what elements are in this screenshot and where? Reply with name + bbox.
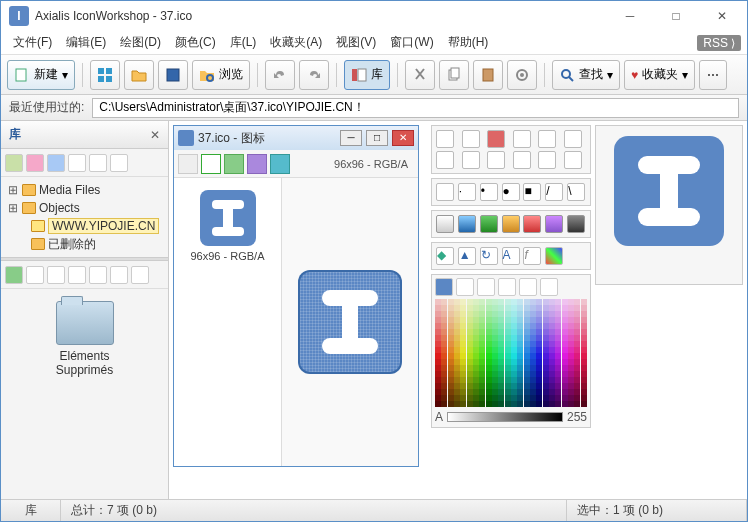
icon-canvas[interactable] [282, 178, 418, 466]
menu-library[interactable]: 库(L) [224, 32, 263, 53]
minimize-button[interactable]: ─ [607, 1, 653, 31]
search-button[interactable]: 查找▾ [552, 60, 620, 90]
doc-minimize-button[interactable]: ─ [340, 130, 362, 146]
grad-4[interactable] [502, 215, 520, 233]
palette-color[interactable] [524, 401, 530, 407]
pal-add[interactable] [477, 278, 495, 296]
tool-fill[interactable] [487, 151, 505, 169]
color-palette[interactable] [435, 299, 587, 407]
menu-favorites[interactable]: 收藏夹(A) [264, 32, 328, 53]
tool-ellipse[interactable] [462, 151, 480, 169]
pal-save[interactable] [456, 278, 474, 296]
fx-flip-h[interactable]: ▲ [458, 247, 476, 265]
tool-line[interactable] [538, 130, 556, 148]
document-titlebar[interactable]: 37.ico - 图标 ─ □ ✕ [174, 126, 418, 150]
doc-tool-4[interactable] [247, 154, 267, 174]
brush-4[interactable]: ● [502, 183, 520, 201]
maximize-button[interactable]: □ [653, 1, 699, 31]
doc-maximize-button[interactable]: □ [366, 130, 388, 146]
lib-tool-4[interactable] [68, 154, 86, 172]
brush-3[interactable]: • [480, 183, 498, 201]
palette-color[interactable] [530, 401, 536, 407]
palette-color[interactable] [492, 401, 498, 407]
lib-tool-2[interactable] [26, 154, 44, 172]
library-folder-item[interactable]: ElémentsSupprimés [1, 289, 168, 378]
lib-tool-6[interactable] [110, 154, 128, 172]
libbot-tool-1[interactable] [5, 266, 23, 284]
rss-badge[interactable]: RSS ⟩ [697, 35, 741, 51]
menu-view[interactable]: 视图(V) [330, 32, 382, 53]
lib-tool-5[interactable] [89, 154, 107, 172]
fx-colorize[interactable] [545, 247, 563, 265]
palette-color[interactable] [473, 401, 479, 407]
palette-color[interactable] [498, 401, 504, 407]
palette-color[interactable] [549, 401, 555, 407]
tool-pencil[interactable] [513, 130, 531, 148]
doc-tool-add[interactable] [201, 154, 221, 174]
pal-swatch[interactable] [435, 278, 453, 296]
recent-path-input[interactable] [92, 98, 739, 118]
palette-color[interactable] [536, 401, 542, 407]
fx-1[interactable]: ◆ [436, 247, 454, 265]
palette-color[interactable] [505, 401, 511, 407]
palette-color[interactable] [568, 401, 574, 407]
format-list[interactable]: 96x96 - RGB/A [174, 178, 282, 466]
palette-color[interactable] [454, 401, 460, 407]
copy-button[interactable] [439, 60, 469, 90]
menu-draw[interactable]: 绘图(D) [114, 32, 167, 53]
lib-tool-3[interactable] [47, 154, 65, 172]
tool-brush[interactable] [513, 151, 531, 169]
menu-color[interactable]: 颜色(C) [169, 32, 222, 53]
grad-1[interactable] [436, 215, 454, 233]
format-thumbnail[interactable] [200, 190, 256, 246]
menu-help[interactable]: 帮助(H) [442, 32, 495, 53]
menu-edit[interactable]: 编辑(E) [60, 32, 112, 53]
menu-window[interactable]: 窗口(W) [384, 32, 439, 53]
library-toggle-button[interactable]: 库 [344, 60, 390, 90]
library-close-button[interactable]: ✕ [150, 128, 160, 142]
brush-5[interactable]: ■ [523, 183, 541, 201]
library-tree[interactable]: ⊞Media Files ⊞Objects WWW.YIPOJIE.CN 已删除… [1, 177, 168, 257]
close-button[interactable]: ✕ [699, 1, 745, 31]
grid-view-button[interactable] [90, 60, 120, 90]
palette-color[interactable] [479, 401, 485, 407]
palette-color[interactable] [543, 401, 549, 407]
palette-color[interactable] [460, 401, 466, 407]
grad-3[interactable] [480, 215, 498, 233]
grad-5[interactable] [523, 215, 541, 233]
more-button[interactable]: ⋯ [699, 60, 727, 90]
grad-6[interactable] [545, 215, 563, 233]
browse-button[interactable]: 浏览 [192, 60, 250, 90]
tool-eraser[interactable] [487, 130, 505, 148]
cut-button[interactable] [405, 60, 435, 90]
tool-curve[interactable] [564, 130, 582, 148]
palette-color[interactable] [562, 401, 568, 407]
palette-color[interactable] [467, 401, 473, 407]
palette-color[interactable] [511, 401, 517, 407]
palette-color[interactable] [448, 401, 454, 407]
lib-tool-1[interactable] [5, 154, 23, 172]
fx-italic[interactable]: f [523, 247, 541, 265]
libbot-tool-7[interactable] [131, 266, 149, 284]
brush-7[interactable]: \ [567, 183, 585, 201]
libbot-tool-3[interactable] [47, 266, 65, 284]
settings-button[interactable] [507, 60, 537, 90]
new-button[interactable]: 新建▾ [7, 60, 75, 90]
brush-2[interactable]: · [458, 183, 476, 201]
tool-text[interactable] [564, 151, 582, 169]
save-button[interactable] [158, 60, 188, 90]
palette-color[interactable] [441, 401, 447, 407]
palette-color[interactable] [581, 401, 587, 407]
libbot-tool-4[interactable] [68, 266, 86, 284]
icon-editing-grid[interactable] [300, 272, 400, 372]
menu-file[interactable]: 文件(F) [7, 32, 58, 53]
redo-button[interactable] [299, 60, 329, 90]
doc-tool-1[interactable] [178, 154, 198, 174]
palette-color[interactable] [517, 401, 523, 407]
tool-rect[interactable] [436, 151, 454, 169]
favorites-button[interactable]: ♥收藏夹▾ [624, 60, 695, 90]
doc-close-button[interactable]: ✕ [392, 130, 414, 146]
libbot-tool-5[interactable] [89, 266, 107, 284]
tool-spray[interactable] [538, 151, 556, 169]
libbot-tool-2[interactable] [26, 266, 44, 284]
